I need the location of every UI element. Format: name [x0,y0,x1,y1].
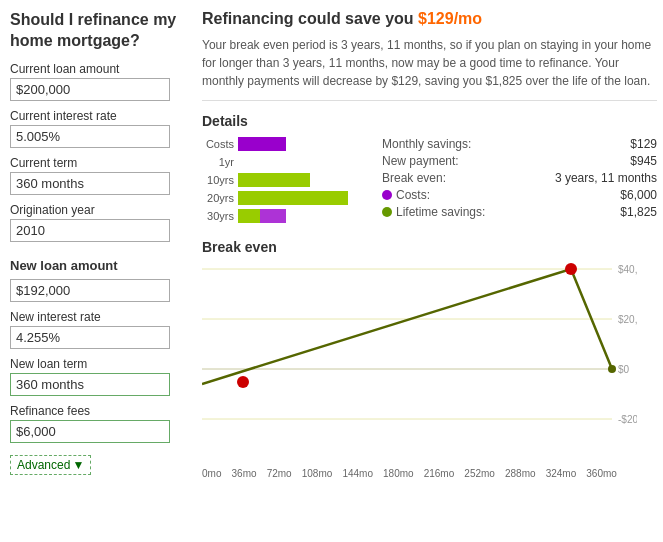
chevron-down-icon: ▼ [72,458,84,472]
new-rate-group: New interest rate [10,310,192,349]
bar-label-1yr: 1yr [202,156,234,168]
dot-end [608,365,616,373]
bar-costs-fill [238,137,286,151]
x-label-72mo: 72mo [267,468,292,479]
y-label-neg20k: -$20,000 [618,414,637,425]
x-label-144mo: 144mo [342,468,373,479]
x-label-252mo: 252mo [464,468,495,479]
new-rate-label: New interest rate [10,310,192,324]
current-rate-input[interactable] [10,125,170,148]
current-term-label: Current term [10,156,192,170]
stat-monthly-savings-label: Monthly savings: [382,137,471,151]
details-section: Details Costs 1yr [202,113,657,227]
x-axis-labels: 0mo 36mo 72mo 108mo 144mo 180mo 216mo 25… [202,468,617,479]
lifetime-savings-dot [382,207,392,217]
x-label-0mo: 0mo [202,468,221,479]
y-label-0: $0 [618,364,630,375]
bar-row-10yrs: 10yrs [202,173,362,187]
stat-new-payment: New payment: $945 [382,154,657,168]
stat-new-payment-label: New payment: [382,154,459,168]
x-label-288mo: 288mo [505,468,536,479]
savings-highlight: $129/mo [418,10,482,27]
x-label-216mo: 216mo [424,468,455,479]
bar-10yr-savings [238,173,310,187]
stat-costs-label: Costs: [382,188,430,202]
bar-row-costs: Costs [202,137,362,151]
current-loan-label: Current loan amount [10,62,192,76]
current-rate-group: Current interest rate [10,109,192,148]
breakeven-chart-svg: $40,000 $20,000 $0 -$20,000 [202,259,637,454]
stat-lifetime-savings-label: Lifetime savings: [382,205,485,219]
new-loan-group: New loan amount [10,258,192,302]
chart-container: $40,000 $20,000 $0 -$20,000 0mo 36mo 72m… [202,259,657,479]
advanced-link[interactable]: Advanced ▼ [10,455,91,475]
refi-fees-input[interactable] [10,420,170,443]
dot-36mo [237,376,249,388]
x-label-180mo: 180mo [383,468,414,479]
left-panel: Should I refinance my home mortgage? Cur… [10,10,192,479]
stat-monthly-savings: Monthly savings: $129 [382,137,657,151]
breakeven-line [202,269,612,384]
origination-year-label: Origination year [10,203,192,217]
current-rate-label: Current interest rate [10,109,192,123]
current-loan-group: Current loan amount [10,62,192,101]
x-label-324mo: 324mo [546,468,577,479]
new-loan-section-label: New loan amount [10,258,192,273]
details-content: Costs 1yr 10yrs [202,137,657,227]
advanced-label: Advanced [17,458,70,472]
bar-wrap-1yr [238,155,362,169]
page-title: Should I refinance my home mortgage? [10,10,192,52]
right-panel: Refinancing could save you $129/mo Your … [202,10,657,479]
stat-lifetime-savings: Lifetime savings: $1,825 [382,205,657,219]
breakeven-title: Break even [202,239,657,255]
refi-fees-label: Refinance fees [10,404,192,418]
stat-costs: Costs: $6,000 [382,188,657,202]
y-label-40k: $40,000 [618,264,637,275]
x-label-108mo: 108mo [302,468,333,479]
bar-30yr-savings [238,209,260,223]
current-term-group: Current term [10,156,192,195]
stats-grid: Monthly savings: $129 New payment: $945 … [382,137,657,227]
origination-year-group: Origination year [10,203,192,242]
stat-new-payment-value: $945 [630,154,657,168]
breakeven-section: Break even [202,239,657,479]
bar-row-20yrs: 20yrs [202,191,362,205]
stat-costs-value: $6,000 [620,188,657,202]
bar-wrap-10yrs [238,173,362,187]
bar-label-10yrs: 10yrs [202,174,234,186]
headline: Refinancing could save you $129/mo [202,10,657,28]
new-loan-input[interactable] [10,279,170,302]
new-term-group: New loan term [10,357,192,396]
refi-fees-group: Refinance fees [10,404,192,443]
new-rate-input[interactable] [10,326,170,349]
current-term-input[interactable] [10,172,170,195]
bar-row-30yrs: 30yrs [202,209,362,223]
bar-chart: Costs 1yr 10yrs [202,137,362,227]
bar-row-1yr: 1yr [202,155,362,169]
dot-peak [565,263,577,275]
stat-break-even: Break even: 3 years, 11 months [382,171,657,185]
details-title: Details [202,113,657,129]
summary-text: Your break even period is 3 years, 11 mo… [202,36,657,101]
y-label-20k: $20,000 [618,314,637,325]
bar-20yr-savings [238,191,348,205]
stat-monthly-savings-value: $129 [630,137,657,151]
bar-wrap-30yrs [238,209,362,223]
bar-label-costs: Costs [202,138,234,150]
bar-wrap-costs [238,137,362,151]
current-loan-input[interactable] [10,78,170,101]
new-term-input[interactable] [10,373,170,396]
new-term-label: New loan term [10,357,192,371]
costs-dot [382,190,392,200]
x-label-36mo: 36mo [232,468,257,479]
x-label-360mo: 360mo [586,468,617,479]
stat-lifetime-savings-value: $1,825 [620,205,657,219]
stat-break-even-value: 3 years, 11 months [555,171,657,185]
bar-label-20yrs: 20yrs [202,192,234,204]
headline-text: Refinancing could save you [202,10,418,27]
origination-year-input[interactable] [10,219,170,242]
bar-label-30yrs: 30yrs [202,210,234,222]
stat-break-even-label: Break even: [382,171,446,185]
bar-wrap-20yrs [238,191,362,205]
